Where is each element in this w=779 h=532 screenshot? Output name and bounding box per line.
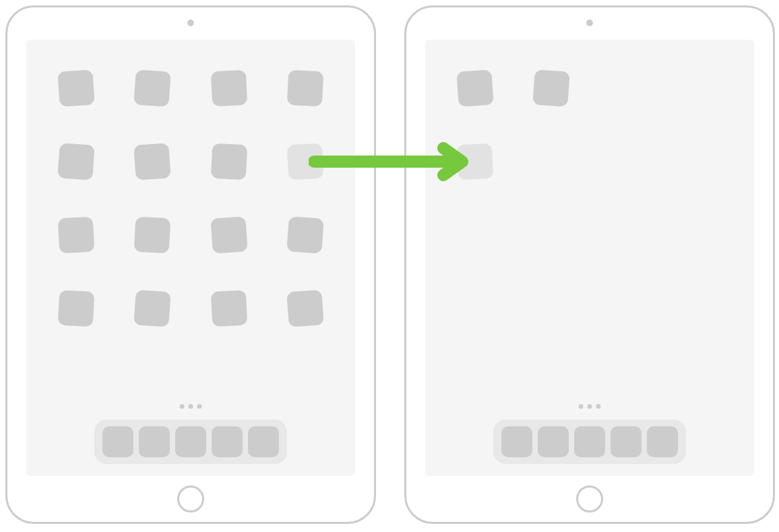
app-icon[interactable]: [134, 290, 172, 327]
app-row: [59, 218, 323, 253]
dock-app-icon[interactable]: [212, 426, 243, 457]
camera-icon: [586, 20, 593, 26]
home-screen-right: [425, 40, 754, 476]
app-icon[interactable]: [134, 69, 172, 107]
app-icon[interactable]: [58, 290, 95, 327]
app-icon[interactable]: [287, 70, 324, 107]
dot-icon: [588, 404, 592, 409]
dot-icon: [197, 404, 202, 409]
dock: [493, 420, 686, 464]
dock-app-icon[interactable]: [647, 426, 678, 457]
home-button[interactable]: [177, 486, 204, 512]
app-row: [458, 144, 722, 179]
app-icon[interactable]: [210, 216, 248, 254]
app-row: [59, 291, 323, 326]
tablet-device-left: [5, 5, 376, 524]
app-icon[interactable]: [286, 216, 324, 254]
dock-app-icon[interactable]: [175, 426, 206, 457]
app-icon[interactable]: [210, 143, 247, 180]
app-icon[interactable]: [456, 69, 494, 107]
dock-app-icon[interactable]: [102, 426, 133, 457]
drag-arrow-icon: [309, 141, 470, 182]
home-button[interactable]: [576, 486, 603, 512]
page-indicator[interactable]: [579, 404, 601, 409]
dock-app-icon[interactable]: [538, 426, 569, 457]
camera-icon: [187, 20, 194, 26]
dock-app-icon[interactable]: [501, 426, 532, 457]
app-icon[interactable]: [134, 143, 172, 180]
dock-app-icon[interactable]: [139, 426, 170, 457]
dot-icon: [189, 404, 193, 409]
app-icon[interactable]: [58, 217, 95, 254]
app-icon[interactable]: [210, 70, 247, 107]
page-indicator[interactable]: [180, 404, 202, 409]
app-row: [59, 144, 323, 179]
dot-icon: [596, 404, 601, 409]
app-icon[interactable]: [210, 290, 247, 327]
home-screen-left: [26, 40, 355, 476]
app-icon[interactable]: [134, 217, 171, 254]
dock-app-icon[interactable]: [574, 426, 605, 457]
dock-app-icon[interactable]: [248, 426, 279, 457]
dock-app-icon[interactable]: [611, 426, 642, 457]
app-row: [458, 71, 722, 106]
app-icon[interactable]: [57, 143, 95, 180]
dock: [94, 420, 287, 464]
app-icon[interactable]: [286, 290, 324, 327]
dot-icon: [579, 404, 584, 409]
app-grid: [59, 71, 323, 364]
dot-icon: [180, 404, 185, 409]
app-grid: [458, 71, 722, 218]
app-row: [59, 71, 323, 106]
tablet-device-right: [404, 5, 775, 524]
app-icon[interactable]: [57, 69, 95, 107]
app-icon[interactable]: [533, 69, 571, 107]
